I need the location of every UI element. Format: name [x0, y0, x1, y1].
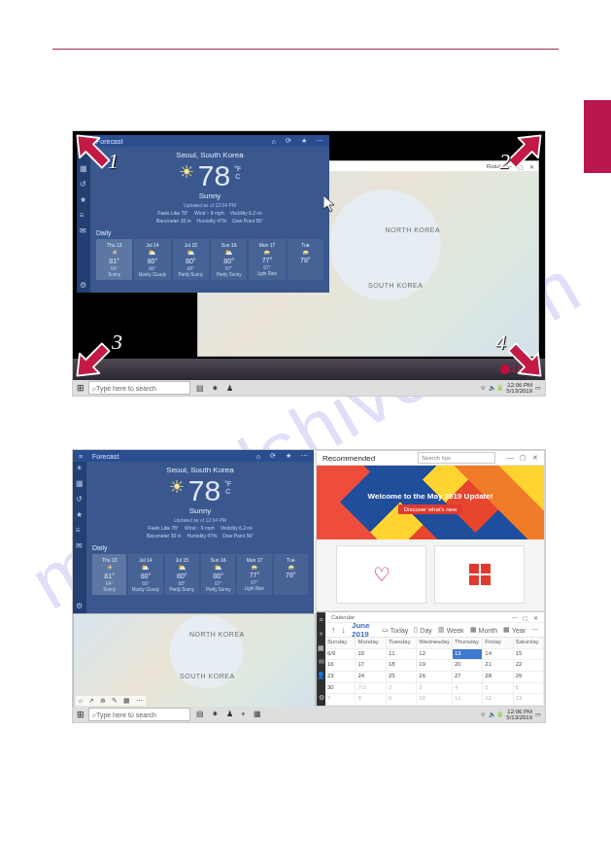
news-icon[interactable]: ≡: [76, 526, 84, 534]
hamburger-icon[interactable]: ≡: [79, 453, 83, 460]
daily-tile[interactable]: Mon 17🌧77°67°Light Rain: [237, 554, 271, 595]
weather-unit[interactable]: °FC: [224, 476, 231, 497]
calendar-month[interactable]: June 2019: [352, 621, 370, 639]
news-icon[interactable]: ≡: [80, 211, 87, 219]
daily-tile[interactable]: Mon 17🌧77°67°Light Rain: [249, 239, 285, 280]
tray-icons[interactable]: ᯤ 🔈 🔋: [481, 385, 503, 391]
task-icon[interactable]: ▤: [196, 384, 204, 393]
maps-tool-icon[interactable]: ✎: [112, 697, 118, 705]
calendar-cell[interactable]: 26: [417, 672, 453, 683]
cal-people-icon[interactable]: 👤: [317, 672, 325, 679]
daily-tile[interactable]: Tue🌧78°: [288, 239, 323, 280]
calendar-cell[interactable]: 24: [356, 672, 386, 683]
notification-icon[interactable]: ▭: [535, 712, 541, 717]
calendar-cell[interactable]: 16: [325, 660, 356, 672]
tips-search[interactable]: Search tips: [418, 452, 495, 464]
calendar-cell[interactable]: 6: [514, 683, 544, 695]
cal-more-icon[interactable]: ⋯: [531, 626, 538, 634]
taskbar-search[interactable]: ⌕ Type here to search: [88, 381, 190, 395]
calendar-cell[interactable]: 28: [483, 672, 513, 683]
maps-tool-icon[interactable]: ⊕: [100, 697, 106, 705]
calendar-cell[interactable]: 7: [325, 694, 356, 706]
tips-tile-favorite[interactable]: ♡: [336, 545, 426, 604]
start-icon[interactable]: ⊞: [73, 380, 88, 396]
send-icon[interactable]: ✉: [76, 541, 84, 549]
view-week[interactable]: ▥ Week: [438, 626, 464, 634]
calendar-cell[interactable]: 9: [387, 694, 417, 706]
tips-window[interactable]: Recommended Search tips — ▢ ✕ Welcome to…: [316, 450, 545, 611]
calendar-cell[interactable]: 19: [417, 660, 453, 672]
daily-tile[interactable]: Tue🌧78°: [274, 554, 308, 595]
close-icon[interactable]: ✕: [533, 614, 538, 621]
forecast-icon[interactable]: ☀: [80, 149, 87, 156]
daily-tile[interactable]: Jul 15⛅80°68°Partly Sunny: [165, 554, 199, 595]
forecast-icon[interactable]: ☀: [76, 464, 84, 471]
max-icon[interactable]: ▢: [523, 614, 528, 621]
notification-icon[interactable]: ▭: [535, 385, 541, 391]
daily-tile[interactable]: Sun 16⛅80°67°Partly Sunny: [211, 239, 247, 280]
calendar-cell[interactable]: 13: [453, 649, 483, 661]
send-icon[interactable]: ✉: [80, 226, 87, 234]
calendar-cell[interactable]: 30: [325, 683, 356, 695]
maps-tool-icon[interactable]: ⋯: [136, 697, 143, 705]
cal-settings-icon[interactable]: ⚙: [319, 694, 324, 702]
taskbar[interactable]: ⊞ ⌕ Type here to search ▤ ✷ ♟ ⌖ ▦ ᯤ 🔈 🔋 …: [73, 707, 545, 722]
calendar-cell[interactable]: 20: [453, 660, 483, 672]
settings-icon[interactable]: ⚙: [76, 602, 84, 609]
daily-tile[interactable]: Jul 15⛅80°68°Partly Sunny: [173, 239, 209, 280]
maps-tool-icon[interactable]: ↗: [88, 697, 94, 705]
maps-tool-icon[interactable]: ⌕: [79, 697, 83, 705]
calendar-cell[interactable]: 2: [387, 683, 417, 695]
tips-tile-windows[interactable]: [434, 545, 525, 604]
calendar-cell[interactable]: 29: [514, 672, 544, 683]
weather-unit[interactable]: °FC: [234, 161, 241, 182]
max-icon[interactable]: ▢: [520, 454, 526, 462]
view-year[interactable]: ▦ Year: [503, 626, 526, 634]
task-icon[interactable]: ⌖: [241, 710, 246, 719]
map-icon[interactable]: ▦: [80, 164, 87, 172]
task-icon[interactable]: ✷: [212, 384, 219, 393]
daily-tile[interactable]: Jul 14⛅80°66°Mostly Cloudy: [128, 554, 162, 595]
view-month[interactable]: ▦ Month: [470, 626, 497, 634]
hamburger-icon[interactable]: ≡: [83, 138, 86, 145]
calendar-cell[interactable]: 11: [453, 694, 483, 706]
maps-tool-icon[interactable]: ▦: [123, 697, 130, 705]
cal-month-icon[interactable]: ▦: [318, 644, 324, 652]
history-icon[interactable]: ↺: [76, 495, 84, 503]
calendar-cell[interactable]: 6/9: [325, 649, 356, 661]
calendar-cell[interactable]: 15: [514, 649, 544, 661]
map-icon[interactable]: ▦: [76, 479, 84, 487]
places-icon[interactable]: ★: [80, 195, 87, 203]
history-icon[interactable]: ↺: [80, 180, 87, 188]
calendar-cell[interactable]: 21: [483, 660, 513, 672]
calendar-cell[interactable]: 12: [483, 694, 513, 706]
task-icon[interactable]: ♟: [226, 710, 233, 719]
daily-tile[interactable]: Thu 13☀81°64°Sunny: [96, 239, 132, 280]
daily-tile[interactable]: Jul 14⛅80°66°Mostly Cloudy: [134, 239, 170, 280]
calendar-cell[interactable]: 12: [417, 649, 453, 661]
daily-tile[interactable]: Thu 13☀81°64°Sunny: [92, 554, 126, 595]
calendar-cell[interactable]: 23: [325, 672, 356, 683]
tips-hero-button[interactable]: Discover what's new: [398, 504, 463, 514]
start-icon[interactable]: ⊞: [73, 707, 88, 722]
taskbar-tray[interactable]: ᯤ 🔈 🔋 12:06 PM 5/13/2019 ▭: [481, 709, 541, 720]
maps-max-icon[interactable]: ▢: [518, 163, 524, 170]
calendar-cell[interactable]: 27: [453, 672, 483, 683]
task-icon[interactable]: ▤: [196, 710, 204, 719]
cal-mail-icon[interactable]: ✉: [319, 658, 324, 666]
min-icon[interactable]: —: [512, 614, 518, 621]
calendar-cell[interactable]: 13: [514, 694, 544, 706]
min-icon[interactable]: —: [507, 454, 514, 462]
calendar-cell[interactable]: 11: [387, 649, 417, 661]
places-icon[interactable]: ★: [76, 510, 84, 518]
task-icon[interactable]: ✷: [212, 710, 219, 719]
cal-menu-icon[interactable]: ≡: [319, 616, 322, 623]
taskbar[interactable]: ⊞ ⌕ Type here to search ▤ ✷ ♟ ᯤ 🔈 🔋 12:0…: [73, 380, 545, 396]
daily-tile[interactable]: Sun 16⛅80°67°Partly Sunny: [201, 554, 235, 595]
calendar-cell[interactable]: 17: [356, 660, 386, 672]
calendar-cell[interactable]: 25: [387, 672, 417, 683]
weather-window[interactable]: ≡ Forecast ⌂ ⟳ ★ ⋯ ☀ ▦ ↺ ★ ≡ ✉ ⚙ Seoul, …: [73, 450, 314, 613]
calendar-cell[interactable]: 3: [417, 683, 453, 695]
close-icon[interactable]: ✕: [532, 454, 538, 462]
calendar-cell[interactable]: 14: [483, 649, 513, 661]
